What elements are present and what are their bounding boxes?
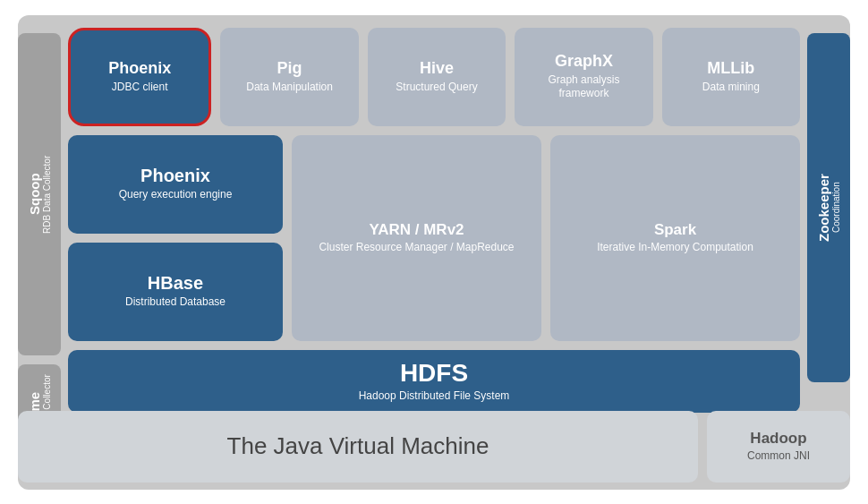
yarn-sub: Cluster Resource Manager / MapReduce	[319, 241, 514, 255]
sqoop-label: Sqoop RDB Data Collector	[18, 33, 61, 355]
phoenix-engine-sub: Query execution engine	[119, 188, 233, 202]
hbase-sub: Distributed Database	[125, 295, 226, 310]
hadoop-common-title: Hadoop	[750, 430, 806, 448]
zookeeper-sub: Coordination	[831, 182, 841, 233]
spark-box: Spark Iterative In-Memory Computation	[550, 135, 800, 341]
tool-hive: Hive Structured Query	[368, 28, 506, 126]
jvm-title: The Java Virtual Machine	[227, 432, 489, 460]
left-column: Phoenix Query execution engine HBase Dis…	[68, 135, 283, 341]
zookeeper-label: Zookeeper Coordination	[807, 33, 850, 382]
graphx-sub: Graph analysis framework	[522, 73, 645, 101]
diagram: Sqoop RDB Data Collector Flume Log Data …	[18, 15, 850, 490]
sqoop-title: Sqoop	[27, 173, 42, 215]
top-right-row: YARN / MRv2 Cluster Resource Manager / M…	[292, 135, 800, 341]
phoenix-jdbc-title: Phoenix	[108, 59, 171, 79]
phoenix-jdbc-sub: JDBC client	[112, 81, 168, 95]
hadoop-common-sub: Common JNI	[747, 449, 810, 464]
spark-title: Spark	[654, 221, 696, 239]
hadoop-common-box: Hadoop Common JNI	[707, 411, 850, 483]
mllib-title: MLLib	[707, 59, 754, 79]
mllib-sub: Data mining	[702, 81, 760, 95]
graphx-title: GraphX	[555, 52, 613, 72]
yarn-box: YARN / MRv2 Cluster Resource Manager / M…	[292, 135, 541, 341]
outer-box: Sqoop RDB Data Collector Flume Log Data …	[18, 15, 850, 490]
pig-sub: Data Manipulation	[246, 81, 333, 95]
tool-mllib: MLLib Data mining	[662, 28, 800, 126]
hdfs-box: HDFS Hadoop Distributed File System	[68, 350, 800, 413]
hdfs-sub: Hadoop Distributed File System	[359, 389, 510, 404]
middle-section: Phoenix Query execution engine HBase Dis…	[68, 135, 800, 341]
hdfs-row: HDFS Hadoop Distributed File System	[68, 350, 800, 413]
hive-sub: Structured Query	[396, 81, 477, 95]
pig-title: Pig	[277, 59, 302, 79]
top-row: Phoenix JDBC client Pig Data Manipulatio…	[68, 28, 800, 126]
hbase-title: HBase	[148, 273, 203, 294]
sqoop-sub: RDB Data Collector	[42, 155, 52, 233]
zookeeper-title: Zookeeper	[816, 174, 831, 242]
phoenix-engine-box: Phoenix Query execution engine	[68, 135, 283, 234]
spark-sub: Iterative In-Memory Computation	[597, 241, 753, 255]
tool-graphx: GraphX Graph analysis framework	[515, 28, 652, 126]
yarn-title: YARN / MRv2	[369, 221, 464, 239]
jvm-box: The Java Virtual Machine	[18, 411, 698, 483]
hdfs-title: HDFS	[400, 359, 468, 388]
right-column: YARN / MRv2 Cluster Resource Manager / M…	[292, 135, 800, 341]
tool-phoenix-jdbc: Phoenix JDBC client	[68, 28, 211, 126]
tool-pig: Pig Data Manipulation	[220, 28, 358, 126]
hbase-box: HBase Distributed Database	[68, 243, 283, 341]
hive-title: Hive	[420, 59, 454, 79]
phoenix-engine-title: Phoenix	[140, 166, 210, 186]
jvm-row: The Java Virtual Machine Hadoop Common J…	[18, 411, 850, 483]
